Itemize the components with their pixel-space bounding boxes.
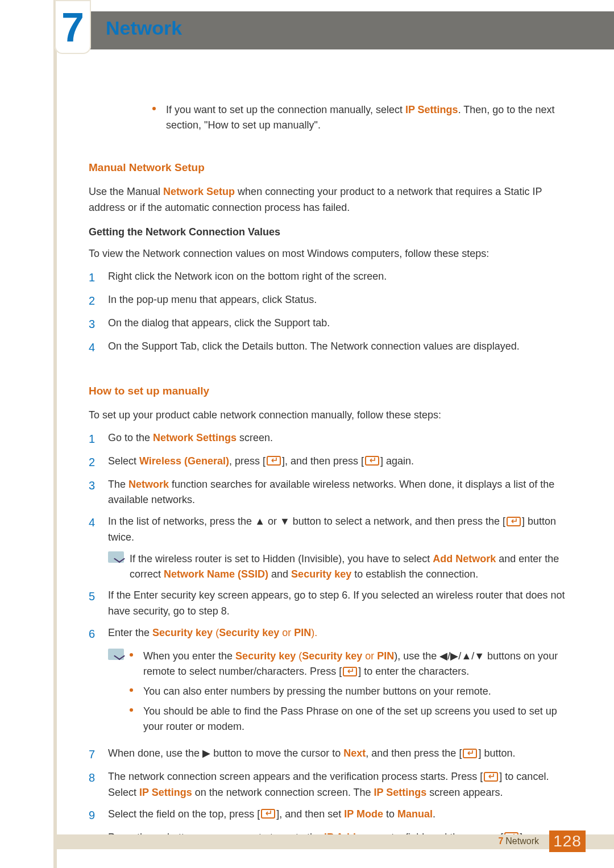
text: Use the Manual [89, 186, 163, 197]
step-number: 1 [89, 430, 108, 448]
list-item: 4On the Support Tab, click the Details b… [89, 339, 566, 356]
down-arrow-icon: ▼ [474, 650, 484, 662]
chapter-title: Network [106, 17, 182, 39]
text: button to select a network, and then pre… [290, 516, 505, 527]
text: to [383, 808, 397, 820]
highlight: Security key [235, 650, 296, 662]
list-item: 4 In the list of networks, press the ▲ o… [89, 514, 566, 546]
highlight: IP Settings [374, 787, 427, 798]
text: If the wireless router is set to Hidden … [130, 553, 433, 564]
text: When done, use the [108, 747, 202, 759]
text: Go to the [108, 432, 153, 443]
text: or [362, 650, 377, 662]
sub-heading-values: Getting the Network Connection Values [89, 226, 566, 238]
step-number: 4 [89, 514, 108, 546]
highlight: Manual [397, 808, 433, 820]
bullet-dot-icon [152, 107, 156, 110]
note-bullet: When you enter the Security key (Securit… [130, 649, 566, 679]
enter-icon [463, 749, 477, 758]
highlight: IP Settings [139, 787, 192, 798]
note-text: If the wireless router is set to Hidden … [130, 551, 566, 582]
intro-bullet-text: If you want to set up the connection man… [166, 102, 566, 133]
step-text: On the dialog that appears, click the Su… [108, 315, 566, 333]
step-number: 3 [89, 477, 108, 509]
step-text: The Network function searches for availa… [108, 477, 566, 509]
note-bullet: You should be able to find the Pass Phra… [130, 704, 566, 734]
highlight: Next [343, 747, 366, 759]
text: ), use the [394, 650, 439, 662]
step-number: 9 [89, 807, 108, 824]
note-bullet: You can also enter numbers by pressing t… [130, 684, 566, 699]
highlight: Network Setup [163, 186, 235, 197]
enter-icon [343, 667, 357, 676]
step-number: 2 [89, 454, 108, 471]
text: screen appears. [426, 787, 503, 798]
note-row: When you enter the Security key (Securit… [108, 649, 566, 740]
list-item: 5 If the Enter security key screen appea… [89, 588, 566, 620]
text: ] to enter the characters. [358, 666, 469, 677]
text: ] again. [380, 455, 414, 467]
highlight: Network [128, 479, 169, 490]
left-margin-bar [53, 0, 57, 868]
list-item: 8 The network connection screen appears … [89, 769, 566, 801]
text: ], and then press [ [282, 455, 364, 467]
list-item: 6 Enter the Security key (Security key o… [89, 625, 566, 643]
step-number: 8 [89, 769, 108, 801]
enter-icon [507, 517, 521, 526]
text: or [279, 627, 294, 638]
highlight: Network Name (SSID) [164, 568, 268, 580]
text: ( [213, 627, 219, 638]
step-number: 4 [89, 339, 108, 356]
highlight: Network Settings [153, 432, 237, 443]
text: button to move the cursor to [210, 747, 343, 759]
list-item: 7 When done, use the ▶ button to move th… [89, 746, 566, 763]
intro-bullet: If you want to set up the connection man… [89, 102, 566, 133]
step-text: In the pop-up menu that appears, click S… [108, 292, 566, 310]
text: , press [ [229, 455, 265, 467]
text: to establish the connection. [351, 568, 478, 580]
text: and [268, 568, 291, 580]
step-number: 5 [89, 588, 108, 620]
footer-chapter-number: 7 [498, 836, 503, 846]
footer-chapter-title: Network [505, 836, 539, 846]
list-item: 1 Go to the Network Settings screen. [89, 430, 566, 448]
step-number: 7 [89, 746, 108, 763]
highlight: PIN [294, 627, 311, 638]
chapter-badge: 7 [55, 0, 91, 54]
note-bullet-text: When you enter the Security key (Securit… [143, 649, 566, 679]
highlight: Security key [219, 627, 279, 638]
note-block: When you enter the Security key (Securit… [130, 649, 566, 740]
enter-icon [365, 456, 379, 466]
text: ], and then set [276, 808, 344, 820]
down-arrow-icon: ▼ [280, 516, 290, 527]
text: screen. [237, 432, 273, 443]
step-number: 3 [89, 315, 108, 333]
text: The [108, 479, 128, 490]
highlight: PIN [377, 650, 394, 662]
highlight: IP Mode [344, 808, 383, 820]
text: . [433, 808, 435, 820]
highlight: Security key [302, 650, 362, 662]
highlight: Add Network [433, 553, 496, 564]
enter-icon [261, 809, 275, 819]
page-number: 128 [549, 830, 586, 852]
note-icon [108, 551, 124, 563]
text: ( [296, 650, 302, 662]
text: In the list of networks, press the [108, 516, 255, 527]
enter-icon [267, 456, 281, 466]
section1-sub-intro: To view the Network connection values on… [89, 246, 566, 262]
section2-intro: To set up your product cable network con… [89, 408, 566, 423]
section-heading-howto: How to set up manually [89, 385, 566, 397]
chapter-number: 7 [61, 7, 84, 48]
text: If you want to set up the connection man… [166, 104, 405, 115]
enter-icon [484, 772, 498, 782]
highlight: Wireless (General) [139, 455, 229, 467]
list-item: 1Right click the Network icon on the bot… [89, 269, 566, 286]
highlight: Security key [152, 627, 213, 638]
note-bullet-text: You should be able to find the Pass Phra… [143, 704, 566, 734]
step-text: Go to the Network Settings screen. [108, 430, 566, 448]
list-item: 2 Select Wireless (General), press [], a… [89, 454, 566, 471]
highlight: Security key [291, 568, 351, 580]
note-bullet-text: You can also enter numbers by pressing t… [143, 684, 566, 699]
step-text: Select Wireless (General), press [], and… [108, 454, 566, 471]
